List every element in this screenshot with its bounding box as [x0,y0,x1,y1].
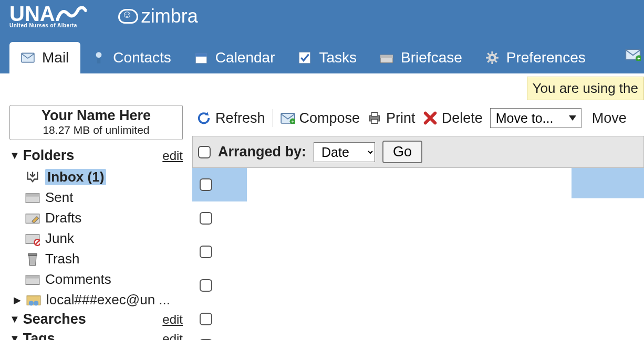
tab-contacts[interactable]: Contacts [80,42,183,73]
svg-rect-2 [97,58,101,63]
una-logo-text: UNA [9,4,55,23]
svg-line-15 [487,60,489,62]
svg-rect-0 [22,53,34,62]
message-row[interactable] [192,201,644,235]
drafts-icon [25,211,40,226]
tab-mail[interactable]: Mail [9,42,80,73]
tags-header[interactable]: ▼Tags edit [9,331,183,340]
folder-list: Inbox (1) Sent Drafts Junk Trash Comment… [9,167,183,310]
user-box: Your Name Here 18.27 MB of unlimited [9,105,183,140]
tab-briefcase-label: Briefcase [401,49,462,66]
notice-banner: You are using the [527,77,644,100]
svg-point-8 [489,55,495,61]
message-row[interactable] [192,168,247,201]
svg-rect-21 [26,193,39,196]
svg-text:+: + [291,119,294,123]
mail-icon [21,51,35,65]
tab-mail-label: Mail [42,49,69,66]
compose-shortcut-icon[interactable]: + [625,48,644,64]
folders-edit-link[interactable]: edit [162,148,183,163]
svg-rect-28 [26,275,39,278]
svg-text:+: + [637,56,640,61]
folders-header[interactable]: ▼Folders edit [9,146,183,167]
svg-rect-7 [380,55,393,58]
row-checkbox[interactable] [200,178,212,191]
folder-shared-label: local###exec@un ... [46,292,170,308]
searches-label: Searches [23,311,86,327]
folder-drafts-label: Drafts [45,210,81,226]
notice-text: You are using the [533,80,638,96]
svg-rect-37 [371,119,378,123]
go-button[interactable]: Go [382,141,422,163]
gear-icon [485,51,499,65]
message-row[interactable] [192,336,644,340]
svg-point-30 [29,301,34,305]
print-button[interactable]: Print [367,110,416,126]
folder-sent-label: Sent [45,189,74,206]
tab-calendar-label: Calendar [215,49,275,66]
select-all-checkbox[interactable] [198,146,211,158]
folder-sent[interactable]: Sent [25,187,183,208]
message-row[interactable] [192,269,644,302]
una-logo: UNA United Nurses of Alberta [9,4,87,28]
searches-header[interactable]: ▼Searches edit [9,310,183,331]
row-checkbox[interactable] [200,279,212,292]
folder-inbox[interactable]: Inbox (1) [25,167,183,187]
svg-rect-36 [371,113,378,116]
junk-icon [25,231,40,246]
arranged-by-label: Arranged by: [218,144,306,160]
message-list [192,168,644,340]
tab-calendar[interactable]: Calendar [183,42,287,73]
folder-comments-label: Comments [45,271,111,288]
tab-preferences-label: Preferences [506,49,586,66]
tab-contacts-label: Contacts [113,49,171,66]
compose-label: Compose [299,110,360,126]
contacts-icon [92,51,106,65]
svg-line-13 [487,53,489,55]
una-logo-sub: United Nurses of Alberta [9,23,77,28]
refresh-icon [196,111,211,125]
folder-trash-label: Trash [45,251,80,267]
tab-preferences[interactable]: Preferences [474,42,597,73]
row-checkbox[interactable] [200,313,212,325]
compose-button[interactable]: + Compose [281,110,360,126]
trash-icon [25,252,40,267]
message-row[interactable] [192,302,644,336]
chevron-right-icon: ▶ [14,294,21,306]
chevron-down-icon: ▼ [9,313,20,325]
chevron-down-icon: ▼ [9,333,20,340]
folder-trash[interactable]: Trash [25,249,183,269]
folder-drafts[interactable]: Drafts [25,208,183,228]
folder-comments[interactable]: Comments [25,269,183,290]
selected-row-highlight [572,168,644,198]
move-button[interactable]: Move [592,110,627,126]
tab-tasks-label: Tasks [319,49,357,66]
svg-rect-5 [299,52,311,63]
refresh-button[interactable]: Refresh [196,110,265,126]
delete-button[interactable]: Delete [423,110,483,126]
tab-briefcase[interactable]: Briefcase [368,42,474,73]
move-to-select[interactable]: Move to... [490,108,581,128]
chevron-down-icon: ▼ [9,150,20,162]
tags-label: Tags [23,331,55,340]
compose-icon: + [281,111,295,125]
svg-point-31 [34,301,38,305]
delete-icon [423,111,438,125]
divider [273,109,273,127]
tab-tasks[interactable]: Tasks [286,42,368,73]
tags-edit-link[interactable]: edit [162,332,183,341]
folder-junk[interactable]: Junk [25,228,183,249]
sent-icon [25,190,40,205]
folder-junk-label: Junk [45,230,74,247]
folder-shared[interactable]: ▶ local###exec@un ... [14,290,183,310]
message-row[interactable] [192,235,644,269]
arranged-by-select[interactable]: Date [314,142,375,162]
searches-edit-link[interactable]: edit [162,312,183,327]
row-checkbox[interactable] [200,246,212,258]
user-name: Your Name Here [12,108,180,124]
row-checkbox[interactable] [200,212,212,225]
folders-label: Folders [23,147,75,164]
briefcase-icon [380,51,393,65]
calendar-icon [194,51,208,65]
svg-line-14 [495,60,496,62]
